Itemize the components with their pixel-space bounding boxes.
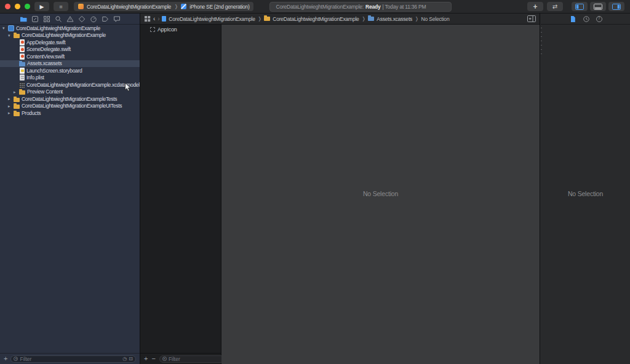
related-items-grid-icon[interactable] <box>144 15 151 22</box>
tree-row-file-selected[interactable]: ▸ Assets.xcassets <box>0 60 140 68</box>
breadcrumb-assets[interactable]: Assets.xcassets <box>368 16 412 22</box>
report-navigator-icon[interactable] <box>113 15 121 23</box>
project-navigator-icon[interactable] <box>20 15 27 23</box>
disclosure-right-icon[interactable]: ▸ <box>8 97 14 101</box>
tree-label: AppDelegate.swift <box>26 39 65 46</box>
tree-row-file[interactable]: ▸ LaunchScreen.storyboard <box>0 67 140 74</box>
tree-label: SceneDelegate.swift <box>26 46 71 52</box>
tree-label: ContentView.swift <box>26 53 65 60</box>
asset-catalog-list: AppIcon + − ▾ <box>140 25 221 364</box>
folder-icon <box>14 112 20 116</box>
swap-arrows-icon: ⇄ <box>552 3 557 10</box>
resize-tick-marks <box>541 28 542 57</box>
tree-row-folder[interactable]: ▸ CoreDataLightwieghtMigrationExampleUIT… <box>0 103 140 110</box>
tree-label: CoreDataLightwieghtMigrationExample <box>16 25 100 31</box>
zoom-icon[interactable] <box>25 4 30 9</box>
run-button[interactable]: ▶ <box>34 2 49 11</box>
breadcrumb-project[interactable]: CoreDataLightwieghtMigrationExample <box>162 16 255 22</box>
tree-row-file[interactable]: ▸ SceneDelegate.swift <box>0 46 140 53</box>
disclosure-down-icon[interactable]: ▾ <box>2 26 8 30</box>
chevron-right-icon: ❭ <box>174 4 178 9</box>
code-review-button[interactable]: ⇄ <box>547 2 563 11</box>
stop-button[interactable]: ■ <box>54 2 68 11</box>
tree-label: Products <box>22 110 41 116</box>
tree-row-file[interactable]: ▸ Info.plist <box>0 74 140 82</box>
close-icon[interactable] <box>5 4 10 9</box>
find-navigator-icon[interactable] <box>55 15 62 23</box>
disclosure-right-icon[interactable]: ▸ <box>14 90 19 94</box>
navigator-toggle-button[interactable] <box>572 2 588 11</box>
disclosure-right-icon[interactable]: ▸ <box>8 104 14 108</box>
tree-row-folder[interactable]: ▸ Products <box>0 109 140 117</box>
status-time: | Today at 11:36 PM <box>383 4 426 10</box>
breadcrumb-label: CoreDataLightwieghtMigrationExample <box>169 16 255 22</box>
add-editor-button[interactable] <box>527 15 536 22</box>
tree-label: CoreDataLightwieghtMigrationExampleUITes… <box>22 103 122 109</box>
debug-area-panel-icon <box>594 4 602 10</box>
breadcrumb-no-selection[interactable]: No Selection <box>421 16 450 22</box>
breadcrumb-group[interactable]: CoreDataLightwieghtMigrationExample <box>264 16 359 22</box>
remove-asset-button[interactable]: − <box>151 355 155 362</box>
disclosure-down-icon[interactable]: ▾ <box>8 33 14 38</box>
add-editor-icon <box>527 15 536 22</box>
asset-items: AppIcon <box>140 25 221 353</box>
run-destination[interactable]: iPhone SE (2nd generation) <box>189 4 249 10</box>
jump-bar: ‹ › CoreDataLightwieghtMigrationExample … <box>140 14 540 25</box>
source-control-status-icon[interactable]: ⊡ <box>129 357 133 362</box>
appicon-placeholder-icon <box>150 27 155 32</box>
minimize-icon[interactable] <box>15 4 20 9</box>
scheme-selector[interactable]: CoreDataLightwieghtMigrationExample ❭ iP… <box>74 2 253 11</box>
add-file-button[interactable]: + <box>4 355 7 362</box>
asset-row-appicon[interactable]: AppIcon <box>140 25 221 33</box>
project-doc-icon <box>162 16 166 22</box>
issue-navigator-icon[interactable] <box>66 15 74 23</box>
swift-file-icon <box>20 39 25 46</box>
file-inspector-icon[interactable] <box>569 15 576 23</box>
plist-icon <box>20 74 25 81</box>
status-project: CoreDataLightwieghtMigrationExample: <box>276 4 364 10</box>
test-navigator-icon[interactable] <box>78 15 86 23</box>
back-button[interactable]: ‹ <box>153 16 155 22</box>
titlebar: ▶ ■ CoreDataLightwieghtMigrationExample … <box>0 0 630 14</box>
inspector-panel-icon <box>612 4 621 10</box>
forward-button[interactable]: › <box>158 16 159 22</box>
tree-row-folder[interactable]: ▸ CoreDataLightwieghtMigrationExampleTes… <box>0 95 140 103</box>
chevron-right-icon: ❭ <box>415 16 419 22</box>
library-button[interactable]: + <box>527 2 543 11</box>
tree-row-project[interactable]: ▾ CoreDataLightwieghtMigrationExample <box>0 25 140 32</box>
symbol-navigator-icon[interactable] <box>43 15 50 23</box>
tree-label: CoreDataLightwieghtMigrationExample.xcda… <box>26 82 140 88</box>
recent-files-icon[interactable]: ◷ <box>122 357 127 362</box>
tree-row-file[interactable]: ▸ AppDelegate.swift <box>0 39 140 46</box>
quick-help-inspector-icon[interactable]: ? <box>596 16 602 22</box>
filter-icon: ▾ <box>14 357 18 361</box>
inspector-toggle-button[interactable] <box>608 2 624 11</box>
source-control-navigator-icon[interactable] <box>31 15 39 23</box>
tree-label: CoreDataLightwieghtMigrationExample <box>22 32 106 38</box>
tree-row-file[interactable]: ▸ CoreDataLightwieghtMigrationExample.xc… <box>0 81 140 89</box>
tree-row-group[interactable]: ▾ CoreDataLightwieghtMigrationExample <box>0 32 140 39</box>
project-file-tree: ▾ CoreDataLightwieghtMigrationExample ▾ … <box>0 25 140 353</box>
debug-navigator-icon[interactable] <box>90 15 97 23</box>
add-asset-button[interactable]: + <box>144 355 148 362</box>
debug-area-toggle-button[interactable] <box>590 2 606 11</box>
disclosure-right-icon[interactable]: ▸ <box>8 111 14 115</box>
sidebar-filter-input[interactable] <box>20 356 121 362</box>
navigator-sidebar: ▾ CoreDataLightwieghtMigrationExample ▾ … <box>0 14 140 364</box>
editor-empty-text: No Selection <box>363 190 398 197</box>
inspector-tab-bar: ? <box>541 14 630 25</box>
tree-row-file[interactable]: ▸ ContentView.swift <box>0 53 140 60</box>
group-folder-icon <box>264 17 270 21</box>
tree-label: Preview Content <box>27 89 63 95</box>
tree-row-folder[interactable]: ▸ Preview Content <box>0 89 140 96</box>
folder-icon <box>19 90 25 95</box>
sidebar-filter-field[interactable]: ▾ ◷ ⊡ <box>10 355 136 363</box>
scheme-name[interactable]: CoreDataLightwieghtMigrationExample <box>87 4 171 10</box>
status-state: Ready <box>365 4 381 10</box>
history-inspector-icon[interactable] <box>583 15 590 23</box>
asset-label: AppIcon <box>158 26 177 33</box>
sidebar-filter-bar: + ▾ ◷ ⊡ <box>0 353 140 364</box>
tree-label: Assets.xcassets <box>27 60 62 66</box>
swift-file-icon <box>20 53 25 60</box>
breakpoint-navigator-icon[interactable] <box>102 15 109 23</box>
